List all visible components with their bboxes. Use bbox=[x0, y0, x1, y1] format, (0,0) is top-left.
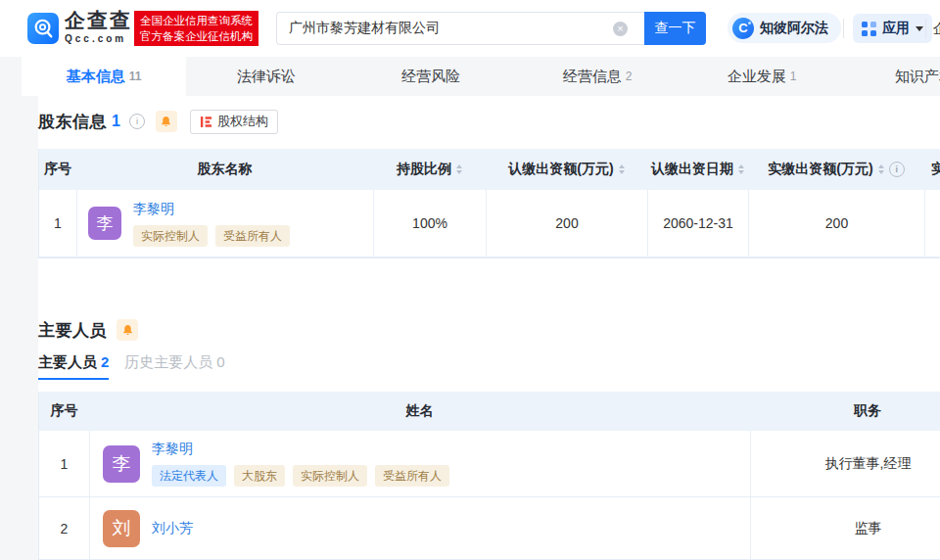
personnel-subtabs: 主要人员 2 历史主要人员 0 bbox=[38, 354, 940, 380]
tab-label: 经营风险 bbox=[401, 68, 460, 86]
qcc-logo-icon[interactable] bbox=[27, 13, 59, 44]
subtab-current-personnel[interactable]: 主要人员 2 bbox=[38, 353, 109, 380]
tab-label: 基本信息 bbox=[67, 68, 125, 86]
cell-position: 监事 bbox=[750, 497, 940, 560]
personnel-section-header: 主要人员 bbox=[38, 317, 940, 343]
sort-icon[interactable] bbox=[738, 164, 744, 174]
main-content: 股东信息 1 股权结构 序号 股东名称 持股比例 bbox=[38, 96, 940, 560]
col-header-no: 序号 bbox=[39, 149, 76, 190]
avatar: 刘 bbox=[103, 510, 140, 547]
section-title: 股东信息 bbox=[38, 111, 107, 133]
cell-ratio: 100% bbox=[373, 190, 486, 257]
tag-beneficial-owner: 受益所有人 bbox=[375, 465, 449, 487]
ratio-value: 100% bbox=[412, 215, 447, 231]
person-name-link[interactable]: 李黎明 bbox=[152, 441, 449, 458]
brand-wordmark[interactable]: 企查查 Qcc.com bbox=[65, 10, 132, 44]
subtab-history-personnel[interactable]: 历史主要人员 0 bbox=[124, 353, 224, 380]
apps-label: 应用 bbox=[882, 20, 910, 37]
cell-position: 执行董事,经理 bbox=[750, 431, 940, 497]
shareholder-name-link[interactable]: 李黎明 bbox=[133, 201, 290, 218]
tab-label: 经营信息 bbox=[563, 68, 622, 86]
magnifier-glyph bbox=[32, 18, 54, 39]
badge-line-1: 全国企业信用查询系统 bbox=[140, 15, 253, 26]
cell-no: 1 bbox=[39, 190, 76, 257]
col-label: 序号 bbox=[51, 402, 78, 420]
cell-paid-date bbox=[924, 190, 940, 257]
section-title: 主要人员 bbox=[38, 319, 107, 342]
subscribed-date-value: 2060-12-31 bbox=[663, 215, 733, 231]
tab-operating-info[interactable]: 经营信息 2 bbox=[515, 57, 680, 96]
top-header: 企查查 Qcc.com 全国企业信用查询系统 官方备案企业征信机构 查一下 C … bbox=[0, 0, 940, 57]
tab-company-development[interactable]: 企业发展 1 bbox=[680, 57, 844, 96]
info-icon[interactable] bbox=[129, 114, 145, 129]
apps-menu-button[interactable]: 应用 bbox=[853, 14, 932, 43]
sort-icon[interactable] bbox=[456, 164, 462, 174]
bell-icon[interactable] bbox=[156, 111, 177, 132]
clipped-nav-text: 企 bbox=[933, 21, 940, 38]
search-button[interactable]: 查一下 bbox=[644, 12, 706, 45]
equity-structure-label: 股权结构 bbox=[217, 113, 268, 130]
col-label: 持股比例 bbox=[397, 161, 451, 178]
col-label: 姓名 bbox=[406, 402, 434, 420]
cell-paid-amount: 200 bbox=[748, 190, 924, 257]
col-label: 认缴出资额(万元) bbox=[508, 161, 613, 178]
tab-count: 1 bbox=[790, 70, 797, 83]
row-number: 1 bbox=[61, 456, 69, 472]
col-label: 实缴出资额(万元) bbox=[768, 161, 872, 178]
col-header-shareholder-name: 股东名称 bbox=[76, 149, 373, 190]
paid-value: 200 bbox=[825, 215, 848, 231]
zhibi-alpha-button[interactable]: C 知彼阿尔法 bbox=[728, 13, 841, 43]
zhibi-label: 知彼阿尔法 bbox=[760, 20, 828, 37]
tab-legal-litigation[interactable]: 法律诉讼 bbox=[186, 57, 351, 96]
shareholder-table: 序号 股东名称 持股比例 认缴出资额(万元) 认缴出资日期 实缴出资额(万元) … bbox=[38, 149, 940, 258]
cell-subscribed-date: 2060-12-31 bbox=[647, 190, 748, 257]
avatar: 李 bbox=[103, 445, 140, 483]
person-name-link[interactable]: 刘小芳 bbox=[152, 520, 193, 537]
cell-subscribed-amount: 200 bbox=[486, 190, 647, 257]
tab-count: 11 bbox=[129, 70, 142, 83]
tag-row: 实际控制人 受益所有人 bbox=[133, 225, 290, 247]
sort-icon[interactable] bbox=[878, 164, 884, 174]
col-label: 股东名称 bbox=[198, 161, 253, 178]
col-label: 实缴出资日期 bbox=[931, 161, 940, 178]
cell-shareholder: 李 李黎明 实际控制人 受益所有人 bbox=[76, 190, 373, 257]
position-value: 执行董事,经理 bbox=[825, 455, 912, 473]
tab-operating-risk[interactable]: 经营风险 bbox=[351, 57, 515, 96]
header-divider bbox=[843, 19, 844, 38]
apps-grid-icon bbox=[862, 22, 876, 36]
tag-beneficial-owner: 受益所有人 bbox=[215, 225, 290, 247]
tab-label: 知识产权 bbox=[895, 68, 940, 86]
col-header-subscribed-amount: 认缴出资额(万元) bbox=[486, 149, 647, 190]
tab-label: 企业发展 bbox=[728, 68, 786, 86]
cell-no: 1 bbox=[39, 431, 89, 497]
tab-count: 2 bbox=[626, 70, 633, 83]
equity-structure-button[interactable]: 股权结构 bbox=[190, 110, 278, 134]
info-icon[interactable] bbox=[889, 162, 905, 177]
search-bar: 查一下 bbox=[276, 12, 706, 45]
cell-person: 刘 刘小芳 bbox=[89, 497, 750, 560]
sort-icon[interactable] bbox=[619, 164, 625, 174]
tag-actual-controller: 实际控制人 bbox=[133, 225, 208, 247]
col-header-no: 序号 bbox=[39, 392, 89, 431]
caret-down-icon bbox=[916, 26, 923, 31]
search-input[interactable] bbox=[276, 12, 644, 45]
header-divider bbox=[925, 19, 926, 38]
personnel-table: 序号 姓名 职务 1 李 李黎明 法定代表人 大股东 实际控制人 受益所有人 执… bbox=[38, 392, 940, 560]
qcc-company-page: 企查查 Qcc.com 全国企业信用查询系统 官方备案企业征信机构 查一下 C … bbox=[0, 0, 940, 560]
tag-row: 法定代表人 大股东 实际控制人 受益所有人 bbox=[152, 465, 449, 487]
clear-input-icon[interactable] bbox=[613, 22, 628, 36]
cell-no: 2 bbox=[39, 497, 89, 560]
col-header-position: 职务 bbox=[750, 392, 940, 431]
tab-intellectual-property[interactable]: 知识产权 bbox=[844, 57, 940, 96]
tab-basic-info[interactable]: 基本信息 11 bbox=[22, 57, 186, 96]
equity-structure-icon bbox=[200, 116, 212, 128]
subscribed-value: 200 bbox=[555, 215, 578, 231]
brand-name: 企查查 bbox=[65, 10, 132, 30]
tag-legal-representative: 法定代表人 bbox=[152, 465, 226, 487]
subtab-label: 历史主要人员 bbox=[124, 353, 212, 372]
bell-icon[interactable] bbox=[117, 319, 138, 341]
badge-line-2: 官方备案企业征信机构 bbox=[140, 30, 253, 42]
tag-actual-controller: 实际控制人 bbox=[293, 465, 367, 487]
tab-label: 法律诉讼 bbox=[237, 68, 296, 86]
col-label: 序号 bbox=[44, 161, 71, 178]
